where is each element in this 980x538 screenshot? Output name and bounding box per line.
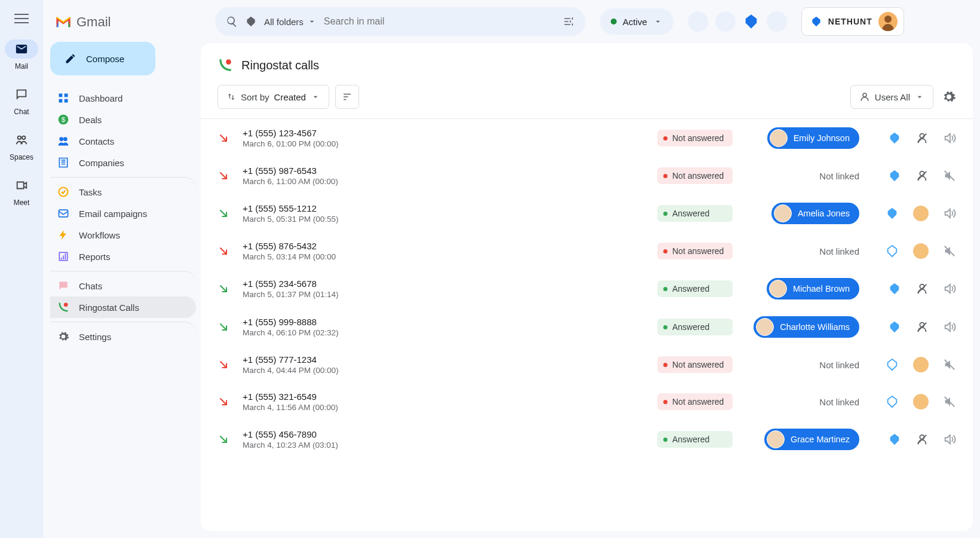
call-row[interactable]: +1 (555) 321-6549March 4, 11:56 AM (00:0…	[201, 383, 973, 420]
sidebar-label: Deals	[79, 115, 102, 125]
header-circle[interactable]	[688, 11, 708, 32]
sidebar-item-companies[interactable]: Companies	[50, 152, 196, 173]
header-circle[interactable]	[715, 11, 736, 32]
sort-direction-button[interactable]	[335, 85, 359, 109]
sidebar-item-ringostat-calls[interactable]: Ringostat Calls	[50, 296, 196, 318]
unlink-person-icon[interactable]	[915, 169, 929, 182]
call-row[interactable]: +1 (555) 555-1212March 5, 05:31 PM (00:5…	[201, 194, 973, 233]
sidebar-item-reports[interactable]: Reports	[50, 246, 196, 267]
volume-icon[interactable]	[943, 132, 956, 145]
call-meta: March 4, 11:56 AM (00:00)	[243, 403, 644, 412]
gmail-logo-icon	[55, 16, 72, 29]
status-text: Answered	[672, 435, 709, 444]
status-badge: Answered	[657, 431, 733, 448]
volume-icon[interactable]	[943, 433, 956, 446]
compose-button[interactable]: Compose	[50, 42, 155, 75]
call-meta: March 4, 04:44 PM (00:00)	[243, 366, 644, 375]
assignee-avatar[interactable]	[913, 394, 929, 409]
sidebar-item-dashboard[interactable]: Dashboard	[50, 87, 196, 109]
call-row[interactable]: +1 (555) 987-6543March 6, 11:00 AM (00:0…	[201, 157, 973, 194]
sidebar-item-deals[interactable]: $Deals	[50, 109, 196, 130]
nethunt-icon[interactable]	[888, 282, 901, 295]
volume-icon[interactable]	[943, 207, 956, 220]
call-meta: March 5, 01:37 PM (01:14)	[243, 290, 644, 299]
call-row[interactable]: +1 (555) 456-7890March 4, 10:23 AM (03:0…	[201, 420, 973, 458]
rail-mail[interactable]: Mail	[5, 39, 38, 71]
linked-user-pill[interactable]: Amelia Jones	[771, 203, 859, 224]
status-dot-icon	[611, 19, 617, 25]
assignee-avatar[interactable]	[913, 243, 929, 259]
sort-icon	[226, 92, 236, 102]
rail-meet[interactable]: Meet	[5, 176, 38, 207]
call-direction-icon	[218, 283, 229, 295]
assignee-avatar[interactable]	[913, 206, 929, 221]
header-circle[interactable]	[767, 11, 787, 32]
unlink-person-icon[interactable]	[915, 282, 929, 295]
volume-icon[interactable]	[943, 320, 956, 334]
nethunt-icon[interactable]	[888, 132, 901, 145]
unlink-person-icon[interactable]	[915, 132, 929, 145]
user-icon	[859, 91, 870, 102]
unlink-person-icon[interactable]	[915, 433, 929, 446]
mute-icon[interactable]	[943, 358, 956, 371]
link-column: Charlotte Williams	[746, 316, 859, 338]
rail-label: Spaces	[10, 153, 33, 161]
status-badge: Not answered	[657, 167, 733, 184]
rail-spaces[interactable]: Spaces	[5, 130, 38, 161]
nethunt-icon[interactable]	[888, 169, 901, 182]
menu-icon[interactable]	[14, 11, 29, 25]
call-meta: March 6, 01:00 PM (00:00)	[243, 139, 644, 148]
mute-icon[interactable]	[943, 395, 956, 408]
linked-user-pill[interactable]: Emily Johnson	[767, 127, 859, 149]
sidebar-item-chats[interactable]: Chats	[50, 271, 196, 296]
linked-user-name: Grace Martinez	[791, 435, 850, 444]
status-text: Not answered	[672, 397, 724, 406]
call-row[interactable]: +1 (555) 777-1234March 4, 04:44 PM (00:0…	[201, 346, 973, 383]
sidebar-item-email-campaigns[interactable]: Email campaigns	[50, 203, 196, 224]
sidebar-item-settings[interactable]: Settings	[50, 322, 196, 347]
sidebar-item-contacts[interactable]: Contacts	[50, 130, 196, 152]
nethunt-icon[interactable]	[888, 433, 901, 446]
volume-icon[interactable]	[943, 282, 956, 295]
sidebar-label: Workflows	[79, 230, 120, 240]
svg-rect-4	[59, 99, 63, 103]
status-text: Answered	[672, 322, 709, 332]
linked-user-pill[interactable]: Grace Martinez	[764, 429, 859, 450]
call-row[interactable]: +1 (555) 123-4567March 6, 01:00 PM (00:0…	[201, 119, 973, 157]
nethunt-outline-icon[interactable]	[886, 244, 899, 258]
nethunt-outline-icon[interactable]	[886, 395, 899, 408]
nethunt-outline-icon[interactable]	[886, 358, 899, 371]
nethunt-icon[interactable]	[743, 13, 760, 30]
nethunt-icon[interactable]	[886, 207, 899, 220]
call-row[interactable]: +1 (555) 876-5432March 5, 03:14 PM (00:0…	[201, 233, 973, 270]
mute-icon[interactable]	[943, 169, 956, 182]
search-bar[interactable]: All folders	[215, 7, 586, 36]
nethunt-brand-box[interactable]: NETHUNT	[801, 7, 904, 36]
linked-user-pill[interactable]: Michael Brown	[767, 278, 859, 299]
call-meta: March 4, 06:10 PM (02:32)	[243, 328, 644, 337]
mute-icon[interactable]	[943, 244, 956, 258]
call-row[interactable]: +1 (555) 999-8888March 4, 06:10 PM (02:3…	[201, 308, 973, 346]
linked-user-pill[interactable]: Charlotte Williams	[754, 316, 859, 338]
sidebar-item-workflows[interactable]: Workflows	[50, 224, 196, 246]
folders-dropdown[interactable]: All folders	[264, 17, 317, 27]
nethunt-icon[interactable]	[888, 320, 901, 334]
sidebar-item-tasks[interactable]: Tasks	[50, 177, 196, 203]
link-column: Not linked	[746, 246, 859, 256]
search-input[interactable]	[324, 16, 556, 27]
tune-icon[interactable]	[563, 16, 575, 27]
status-badge: Not answered	[657, 243, 733, 259]
unlink-person-icon[interactable]	[915, 320, 929, 334]
status-pill[interactable]: Active	[600, 8, 673, 35]
call-row[interactable]: +1 (555) 234-5678March 5, 01:37 PM (01:1…	[201, 270, 973, 308]
gear-icon[interactable]	[942, 90, 956, 104]
svg-point-14	[884, 16, 892, 23]
sort-dropdown[interactable]: Sort by Created	[218, 85, 329, 109]
assignee-avatar[interactable]	[913, 357, 929, 372]
svg-point-0	[18, 136, 21, 140]
users-filter[interactable]: Users All	[850, 85, 933, 109]
user-avatar[interactable]	[878, 12, 898, 31]
rail-chat[interactable]: Chat	[5, 85, 38, 116]
sidebar-label: Tasks	[79, 187, 102, 197]
sidebar-label: Ringostat Calls	[79, 302, 139, 313]
